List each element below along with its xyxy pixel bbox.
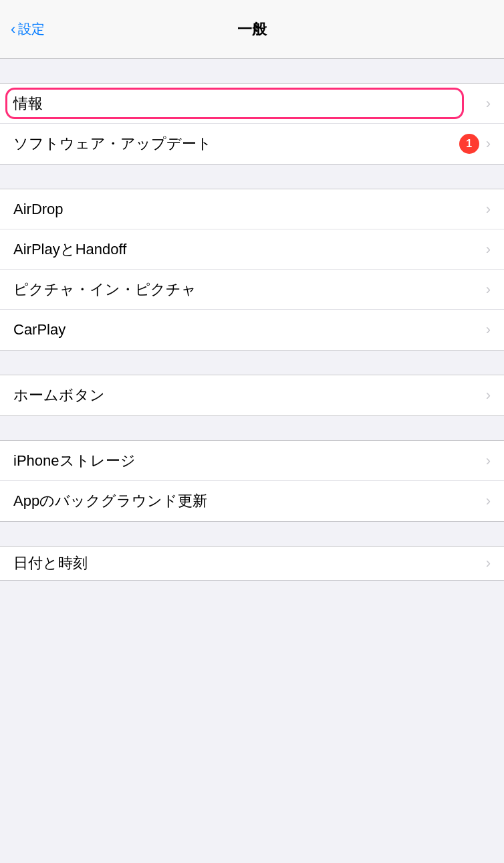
iphone-storage-right: › bbox=[486, 452, 491, 470]
section-gap-3 bbox=[0, 351, 504, 375]
back-button[interactable]: ‹ 設定 bbox=[11, 20, 45, 38]
pip-chevron-icon: › bbox=[486, 281, 491, 298]
settings-item-carplay[interactable]: CarPlay › bbox=[0, 310, 504, 350]
settings-item-software-update[interactable]: ソフトウェア・アップデート 1 › bbox=[0, 124, 504, 164]
home-button-chevron-icon: › bbox=[486, 387, 491, 404]
carplay-right: › bbox=[486, 321, 491, 339]
airdrop-chevron-icon: › bbox=[486, 201, 491, 218]
carplay-label: CarPlay bbox=[13, 321, 66, 339]
settings-group-1: 情報 › ソフトウェア・アップデート 1 › bbox=[0, 83, 504, 165]
settings-item-airdrop[interactable]: AirDrop › bbox=[0, 189, 504, 229]
app-bg-refresh-right: › bbox=[486, 492, 491, 510]
settings-item-app-bg-refresh[interactable]: Appのバックグラウンド更新 › bbox=[0, 481, 504, 521]
settings-item-airplay-handoff[interactable]: AirPlayとHandoff › bbox=[0, 229, 504, 270]
settings-item-date-time[interactable]: 日付と時刻 › bbox=[0, 547, 504, 580]
settings-group-4: iPhoneストレージ › Appのバックグラウンド更新 › bbox=[0, 440, 504, 522]
software-update-badge: 1 bbox=[459, 134, 479, 154]
settings-group-2: AirDrop › AirPlayとHandoff › ピクチャ・イン・ピクチャ… bbox=[0, 189, 504, 351]
back-label: 設定 bbox=[18, 20, 45, 38]
jouhou-chevron-icon: › bbox=[486, 95, 491, 112]
airplay-handoff-label: AirPlayとHandoff bbox=[13, 239, 126, 260]
home-button-label: ホームボタン bbox=[13, 385, 105, 405]
date-time-right: › bbox=[486, 555, 491, 572]
software-update-label: ソフトウェア・アップデート bbox=[13, 134, 212, 154]
settings-item-pip[interactable]: ピクチャ・イン・ピクチャ › bbox=[0, 270, 504, 310]
section-gap-5 bbox=[0, 522, 504, 546]
date-time-label: 日付と時刻 bbox=[13, 553, 88, 573]
date-time-chevron-icon: › bbox=[486, 555, 491, 572]
software-update-right: 1 › bbox=[459, 134, 491, 154]
settings-item-jouhou[interactable]: 情報 › bbox=[0, 84, 504, 124]
section-gap-2 bbox=[0, 165, 504, 189]
navigation-bar: ‹ 設定 一般 bbox=[0, 0, 504, 59]
settings-item-iphone-storage[interactable]: iPhoneストレージ › bbox=[0, 441, 504, 481]
section-gap-4 bbox=[0, 416, 504, 440]
pip-right: › bbox=[486, 281, 491, 298]
iphone-storage-label: iPhoneストレージ bbox=[13, 451, 136, 471]
settings-item-home-button[interactable]: ホームボタン › bbox=[0, 375, 504, 415]
airdrop-right: › bbox=[486, 201, 491, 218]
highlight-outline bbox=[5, 88, 464, 119]
home-button-right: › bbox=[486, 387, 491, 404]
settings-group-5: 日付と時刻 › bbox=[0, 546, 504, 581]
section-gap-top bbox=[0, 59, 504, 83]
airplay-handoff-right: › bbox=[486, 241, 491, 258]
page-title: 一般 bbox=[237, 19, 267, 39]
app-bg-refresh-chevron-icon: › bbox=[486, 492, 491, 510]
app-bg-refresh-label: Appのバックグラウンド更新 bbox=[13, 491, 207, 511]
software-update-chevron-icon: › bbox=[486, 135, 491, 153]
back-chevron-icon: ‹ bbox=[11, 22, 15, 37]
settings-group-3: ホームボタン › bbox=[0, 375, 504, 416]
carplay-chevron-icon: › bbox=[486, 321, 491, 339]
pip-label: ピクチャ・イン・ピクチャ bbox=[13, 280, 197, 300]
jouhou-label: 情報 bbox=[13, 94, 43, 114]
airplay-handoff-chevron-icon: › bbox=[486, 241, 491, 258]
iphone-storage-chevron-icon: › bbox=[486, 452, 491, 470]
airdrop-label: AirDrop bbox=[13, 201, 64, 218]
jouhou-right: › bbox=[486, 95, 491, 112]
